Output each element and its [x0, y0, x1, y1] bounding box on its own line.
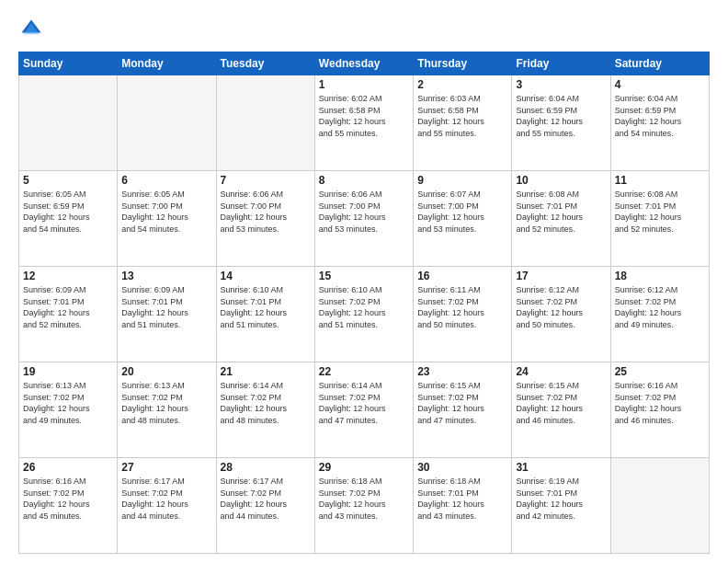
day-number: 9 — [417, 174, 507, 187]
day-number: 17 — [516, 270, 606, 282]
day-cell: 24Sunrise: 6:15 AM Sunset: 7:02 PM Dayli… — [512, 362, 610, 458]
day-number: 23 — [417, 365, 507, 378]
header — [18, 17, 710, 42]
day-info: Sunrise: 6:02 AM Sunset: 6:58 PM Dayligh… — [319, 93, 409, 139]
day-info: Sunrise: 6:18 AM Sunset: 7:01 PM Dayligh… — [417, 476, 507, 522]
day-cell: 9Sunrise: 6:07 AM Sunset: 7:00 PM Daylig… — [414, 171, 512, 267]
day-number: 11 — [615, 174, 705, 187]
day-info: Sunrise: 6:08 AM Sunset: 7:01 PM Dayligh… — [615, 189, 705, 235]
day-cell: 17Sunrise: 6:12 AM Sunset: 7:02 PM Dayli… — [512, 267, 610, 362]
day-cell — [610, 458, 709, 554]
day-cell: 20Sunrise: 6:13 AM Sunset: 7:02 PM Dayli… — [118, 362, 216, 458]
day-cell: 31Sunrise: 6:19 AM Sunset: 7:01 PM Dayli… — [512, 458, 610, 554]
day-number: 3 — [516, 78, 606, 91]
day-number: 18 — [615, 270, 705, 282]
day-number: 1 — [319, 78, 409, 91]
day-number: 5 — [23, 174, 113, 187]
day-info: Sunrise: 6:10 AM Sunset: 7:01 PM Dayligh… — [221, 284, 311, 330]
day-info: Sunrise: 6:09 AM Sunset: 7:01 PM Dayligh… — [23, 284, 113, 330]
weekday-header-tuesday: Tuesday — [216, 52, 314, 75]
page: SundayMondayTuesdayWednesdayThursdayFrid… — [0, 0, 728, 563]
day-number: 29 — [319, 461, 409, 474]
day-cell: 1Sunrise: 6:02 AM Sunset: 6:58 PM Daylig… — [314, 75, 413, 171]
day-info: Sunrise: 6:05 AM Sunset: 7:00 PM Dayligh… — [121, 189, 211, 235]
day-info: Sunrise: 6:08 AM Sunset: 7:01 PM Dayligh… — [516, 189, 606, 235]
day-info: Sunrise: 6:18 AM Sunset: 7:02 PM Dayligh… — [319, 476, 409, 522]
day-info: Sunrise: 6:17 AM Sunset: 7:02 PM Dayligh… — [221, 476, 311, 522]
day-cell: 7Sunrise: 6:06 AM Sunset: 7:00 PM Daylig… — [216, 171, 314, 267]
day-number: 10 — [516, 174, 606, 187]
day-cell: 5Sunrise: 6:05 AM Sunset: 6:59 PM Daylig… — [19, 171, 118, 267]
weekday-header-monday: Monday — [118, 52, 216, 75]
day-number: 8 — [319, 174, 409, 187]
week-row-3: 12Sunrise: 6:09 AM Sunset: 7:01 PM Dayli… — [19, 267, 710, 362]
day-info: Sunrise: 6:17 AM Sunset: 7:02 PM Dayligh… — [121, 476, 211, 522]
day-info: Sunrise: 6:07 AM Sunset: 7:00 PM Dayligh… — [417, 189, 507, 235]
day-info: Sunrise: 6:06 AM Sunset: 7:00 PM Dayligh… — [221, 189, 311, 235]
day-cell — [19, 75, 118, 171]
day-cell — [216, 75, 314, 171]
day-info: Sunrise: 6:12 AM Sunset: 7:02 PM Dayligh… — [516, 284, 606, 330]
day-info: Sunrise: 6:13 AM Sunset: 7:02 PM Dayligh… — [121, 380, 211, 426]
day-cell: 14Sunrise: 6:10 AM Sunset: 7:01 PM Dayli… — [216, 267, 314, 362]
day-info: Sunrise: 6:09 AM Sunset: 7:01 PM Dayligh… — [121, 284, 211, 330]
weekday-header-sunday: Sunday — [19, 52, 118, 75]
day-number: 31 — [516, 461, 606, 474]
weekday-header-friday: Friday — [512, 52, 610, 75]
day-info: Sunrise: 6:11 AM Sunset: 7:02 PM Dayligh… — [417, 284, 507, 330]
day-cell: 16Sunrise: 6:11 AM Sunset: 7:02 PM Dayli… — [414, 267, 512, 362]
week-row-5: 26Sunrise: 6:16 AM Sunset: 7:02 PM Dayli… — [19, 458, 710, 554]
day-info: Sunrise: 6:16 AM Sunset: 7:02 PM Dayligh… — [615, 380, 705, 426]
day-info: Sunrise: 6:03 AM Sunset: 6:58 PM Dayligh… — [417, 93, 507, 139]
day-number: 26 — [23, 461, 113, 474]
day-number: 6 — [121, 174, 211, 187]
day-cell: 12Sunrise: 6:09 AM Sunset: 7:01 PM Dayli… — [19, 267, 118, 362]
day-info: Sunrise: 6:14 AM Sunset: 7:02 PM Dayligh… — [221, 380, 311, 426]
day-info: Sunrise: 6:13 AM Sunset: 7:02 PM Dayligh… — [23, 380, 113, 426]
logo — [18, 17, 48, 42]
day-info: Sunrise: 6:04 AM Sunset: 6:59 PM Dayligh… — [516, 93, 606, 139]
week-row-1: 1Sunrise: 6:02 AM Sunset: 6:58 PM Daylig… — [19, 75, 710, 171]
day-info: Sunrise: 6:19 AM Sunset: 7:01 PM Dayligh… — [516, 476, 606, 522]
week-row-4: 19Sunrise: 6:13 AM Sunset: 7:02 PM Dayli… — [19, 362, 710, 458]
day-cell: 11Sunrise: 6:08 AM Sunset: 7:01 PM Dayli… — [610, 171, 709, 267]
day-cell: 13Sunrise: 6:09 AM Sunset: 7:01 PM Dayli… — [118, 267, 216, 362]
day-cell: 15Sunrise: 6:10 AM Sunset: 7:02 PM Dayli… — [314, 267, 413, 362]
day-cell: 8Sunrise: 6:06 AM Sunset: 7:00 PM Daylig… — [314, 171, 413, 267]
day-cell: 10Sunrise: 6:08 AM Sunset: 7:01 PM Dayli… — [512, 171, 610, 267]
day-number: 7 — [221, 174, 311, 187]
day-cell: 18Sunrise: 6:12 AM Sunset: 7:02 PM Dayli… — [610, 267, 709, 362]
weekday-header-row: SundayMondayTuesdayWednesdayThursdayFrid… — [19, 52, 710, 75]
day-number: 30 — [417, 461, 507, 474]
day-number: 4 — [615, 78, 705, 91]
day-cell: 30Sunrise: 6:18 AM Sunset: 7:01 PM Dayli… — [414, 458, 512, 554]
day-cell: 26Sunrise: 6:16 AM Sunset: 7:02 PM Dayli… — [19, 458, 118, 554]
day-cell: 22Sunrise: 6:14 AM Sunset: 7:02 PM Dayli… — [314, 362, 413, 458]
day-number: 20 — [121, 365, 211, 378]
day-number: 28 — [221, 461, 311, 474]
day-number: 25 — [615, 365, 705, 378]
day-number: 21 — [221, 365, 311, 378]
day-number: 27 — [121, 461, 211, 474]
weekday-header-wednesday: Wednesday — [314, 52, 413, 75]
day-number: 22 — [319, 365, 409, 378]
day-info: Sunrise: 6:15 AM Sunset: 7:02 PM Dayligh… — [417, 380, 507, 426]
day-info: Sunrise: 6:05 AM Sunset: 6:59 PM Dayligh… — [23, 189, 113, 235]
day-number: 12 — [23, 270, 113, 282]
day-cell: 29Sunrise: 6:18 AM Sunset: 7:02 PM Dayli… — [314, 458, 413, 554]
day-cell: 6Sunrise: 6:05 AM Sunset: 7:00 PM Daylig… — [118, 171, 216, 267]
day-info: Sunrise: 6:14 AM Sunset: 7:02 PM Dayligh… — [319, 380, 409, 426]
day-number: 15 — [319, 270, 409, 282]
day-number: 14 — [221, 270, 311, 282]
day-cell: 2Sunrise: 6:03 AM Sunset: 6:58 PM Daylig… — [414, 75, 512, 171]
day-cell: 21Sunrise: 6:14 AM Sunset: 7:02 PM Dayli… — [216, 362, 314, 458]
day-info: Sunrise: 6:06 AM Sunset: 7:00 PM Dayligh… — [319, 189, 409, 235]
day-info: Sunrise: 6:04 AM Sunset: 6:59 PM Dayligh… — [615, 93, 705, 139]
day-number: 13 — [121, 270, 211, 282]
day-cell: 25Sunrise: 6:16 AM Sunset: 7:02 PM Dayli… — [610, 362, 709, 458]
day-cell: 3Sunrise: 6:04 AM Sunset: 6:59 PM Daylig… — [512, 75, 610, 171]
weekday-header-saturday: Saturday — [610, 52, 709, 75]
day-info: Sunrise: 6:10 AM Sunset: 7:02 PM Dayligh… — [319, 284, 409, 330]
calendar-table: SundayMondayTuesdayWednesdayThursdayFrid… — [18, 52, 710, 554]
day-cell: 28Sunrise: 6:17 AM Sunset: 7:02 PM Dayli… — [216, 458, 314, 554]
